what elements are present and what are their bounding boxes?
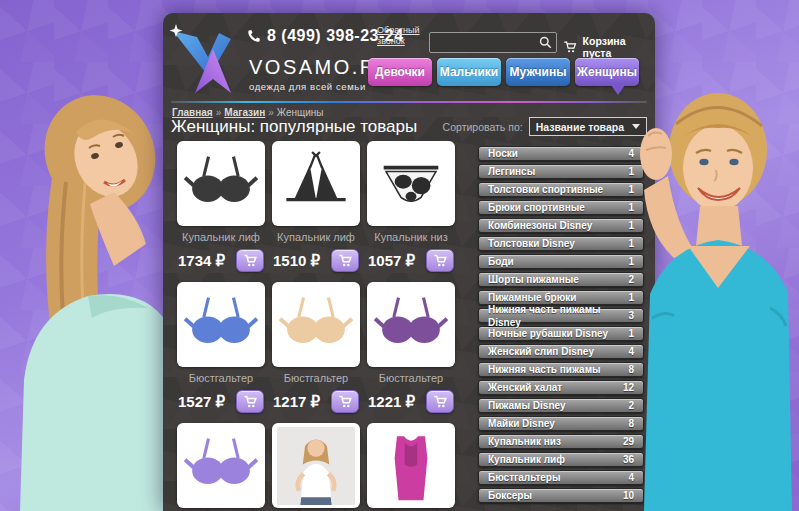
- add-to-cart-button[interactable]: [331, 249, 359, 272]
- category-label: Бюстгальтеры: [488, 471, 561, 484]
- category-item[interactable]: Купальник низ 29: [478, 434, 644, 449]
- category-item[interactable]: Толстовки Disney 1: [478, 236, 644, 251]
- product-image-beige-bra-sketch[interactable]: [272, 282, 360, 367]
- product-image-purple-bra[interactable]: [367, 282, 455, 367]
- category-item[interactable]: Майки Disney 8: [478, 416, 644, 431]
- cart-icon: [433, 253, 448, 268]
- category-label: Боди: [488, 255, 514, 268]
- category-item[interactable]: Женский халат 12: [478, 380, 644, 395]
- category-item[interactable]: Нижняя часть пижамы 8: [478, 362, 644, 377]
- left-model-photo: [0, 92, 170, 511]
- category-count: 3: [628, 309, 634, 322]
- nav-tab-3[interactable]: Женщины: [575, 58, 639, 86]
- category-sidebar: Носки 4 Леггинсы 1 Толстовки спортивные …: [478, 146, 644, 511]
- cart-status-area[interactable]: Корзина пуста: [563, 35, 655, 59]
- content-area: Купальник лиф 1734 ₽ Купальник лиф 1510 …: [171, 141, 647, 511]
- category-count: 4: [628, 471, 634, 484]
- category-label: Майки Disney: [488, 417, 555, 430]
- category-item[interactable]: Толстовки спортивные 1: [478, 182, 644, 197]
- category-count: 1: [628, 183, 634, 196]
- category-label: Толстовки спортивные: [488, 183, 603, 196]
- category-item[interactable]: Леггинсы 1: [478, 164, 644, 179]
- category-count: 1: [628, 327, 634, 340]
- category-item[interactable]: Купальник лиф 36: [478, 452, 644, 467]
- sort-dropdown[interactable]: Название товара: [529, 117, 647, 136]
- product-image-black-white-swim-bottom[interactable]: [367, 141, 455, 226]
- product-image-black-halter-swim-top[interactable]: [272, 141, 360, 226]
- category-item[interactable]: Комбинезоны Disney 1: [478, 218, 644, 233]
- sort-row: Сортировать по: Название товара: [443, 117, 647, 136]
- product-image-woman-in-white-tshirt[interactable]: [272, 423, 360, 508]
- page-title: Женщины: популярные товары: [171, 117, 417, 137]
- main-nav: Девочки Мальчики Мужчины Женщины: [368, 58, 639, 86]
- product-card: [367, 423, 455, 511]
- cart-icon: [563, 40, 578, 54]
- category-item[interactable]: Боксеры 10: [478, 488, 644, 503]
- header-divider: [171, 101, 647, 103]
- product-price-row: 1510 ₽: [272, 249, 360, 272]
- product-image-lavender-bra[interactable]: [177, 423, 265, 508]
- product-card: Бюстгальтер 1221 ₽: [367, 282, 455, 413]
- category-label: Боксеры: [488, 489, 532, 502]
- nav-tab-1[interactable]: Мальчики: [437, 58, 501, 86]
- search-input[interactable]: [434, 36, 539, 50]
- category-count: 8: [628, 363, 634, 376]
- category-label: Нижняя часть пижамы: [488, 363, 601, 376]
- category-count: 1: [628, 165, 634, 178]
- category-count: 1: [628, 219, 634, 232]
- phone-icon: [247, 29, 261, 43]
- add-to-cart-button[interactable]: [236, 249, 264, 272]
- product-name: Купальник лиф: [272, 231, 360, 244]
- product-price: 1510 ₽: [273, 252, 320, 270]
- cart-icon: [338, 253, 353, 268]
- cart-icon: [243, 253, 258, 268]
- category-item[interactable]: Боди 1: [478, 254, 644, 269]
- vosamo-logo-icon[interactable]: [167, 23, 247, 97]
- category-count: 10: [623, 489, 634, 502]
- product-image-pink-tank-top[interactable]: [367, 423, 455, 508]
- add-to-cart-button[interactable]: [236, 390, 264, 413]
- cart-status-label: Корзина пуста: [583, 35, 655, 59]
- nav-tab-2[interactable]: Мужчины: [506, 58, 570, 86]
- add-to-cart-button[interactable]: [331, 390, 359, 413]
- product-price: 1734 ₽: [178, 252, 225, 270]
- product-price: 1221 ₽: [368, 393, 415, 411]
- category-item[interactable]: Женский слип Disney 4: [478, 344, 644, 359]
- add-to-cart-button[interactable]: [426, 390, 454, 413]
- category-count: 29: [623, 435, 634, 448]
- product-card: Бюстгальтер 1217 ₽: [272, 282, 360, 413]
- product-name: Бюстгальтер: [367, 372, 455, 385]
- category-count: 12: [623, 381, 634, 394]
- add-to-cart-button[interactable]: [426, 249, 454, 272]
- category-item[interactable]: Пижамы Disney 2: [478, 398, 644, 413]
- category-item[interactable]: Нижняя часть пижамы Disney 3: [478, 308, 644, 323]
- store-panel: 8 (499) 398-23-24 Обратный звонок Корзин…: [163, 13, 655, 511]
- category-count: 4: [628, 345, 634, 358]
- category-item[interactable]: Брюки спортивные 1: [478, 200, 644, 215]
- nav-tab-0[interactable]: Девочки: [368, 58, 432, 86]
- category-item[interactable]: Бюстгальтеры 4: [478, 470, 644, 485]
- category-label: Нижняя часть пижамы Disney: [488, 303, 628, 329]
- callback-link[interactable]: Обратный звонок: [377, 25, 429, 47]
- product-price: 1057 ₽: [368, 252, 415, 270]
- search-box: [429, 32, 557, 53]
- nav-tab-label: Женщины: [577, 65, 637, 79]
- category-item[interactable]: Шорты пижамные 2: [478, 272, 644, 287]
- category-label: Носки: [488, 147, 518, 160]
- nav-tab-label: Девочки: [375, 65, 425, 79]
- product-card: Купальник лиф 1734 ₽: [177, 141, 265, 272]
- category-label: Женский халат: [488, 381, 562, 394]
- product-name: Бюстгальтер: [177, 372, 265, 385]
- product-price: 1527 ₽: [178, 393, 225, 411]
- sort-label: Сортировать по:: [443, 121, 523, 133]
- product-image-blue-bra[interactable]: [177, 282, 265, 367]
- category-label: Ночные рубашки Disney: [488, 327, 608, 340]
- category-count: 2: [628, 273, 634, 286]
- cart-icon: [433, 394, 448, 409]
- product-card: [272, 423, 360, 511]
- category-count: 4: [628, 147, 634, 160]
- product-image-black-lace-swim-bra[interactable]: [177, 141, 265, 226]
- product-card: [177, 423, 265, 511]
- category-item[interactable]: Носки 4: [478, 146, 644, 161]
- search-icon[interactable]: [539, 36, 552, 49]
